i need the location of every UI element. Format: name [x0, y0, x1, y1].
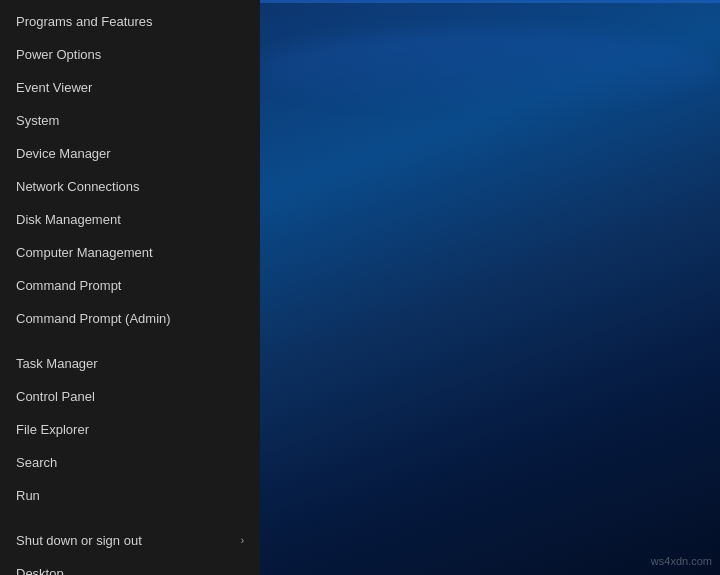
submenu-arrow-icon: ›	[241, 535, 244, 546]
menu-item-power-options[interactable]: Power Options	[0, 38, 260, 71]
menu-item-label-event-viewer: Event Viewer	[16, 80, 92, 95]
menu-item-label-file-explorer: File Explorer	[16, 422, 89, 437]
menu-item-shut-down-sign-out[interactable]: Shut down or sign out›	[0, 524, 260, 557]
menu-item-label-power-options: Power Options	[16, 47, 101, 62]
menu-item-label-programs-features: Programs and Features	[16, 14, 153, 29]
menu-item-label-device-manager: Device Manager	[16, 146, 111, 161]
menu-item-label-computer-management: Computer Management	[16, 245, 153, 260]
watermark: ws4xdn.com	[651, 555, 712, 567]
menu-item-label-command-prompt-admin: Command Prompt (Admin)	[16, 311, 171, 326]
menu-item-file-explorer[interactable]: File Explorer	[0, 413, 260, 446]
menu-item-label-network-connections: Network Connections	[16, 179, 140, 194]
menu-item-task-manager[interactable]: Task Manager	[0, 347, 260, 380]
menu-item-disk-management[interactable]: Disk Management	[0, 203, 260, 236]
menu-item-label-shut-down-sign-out: Shut down or sign out	[16, 533, 142, 548]
menu-item-command-prompt-admin[interactable]: Command Prompt (Admin)	[0, 302, 260, 335]
menu-item-network-connections[interactable]: Network Connections	[0, 170, 260, 203]
menu-item-label-run: Run	[16, 488, 40, 503]
menu-item-label-task-manager: Task Manager	[16, 356, 98, 371]
menu-item-label-search: Search	[16, 455, 57, 470]
menu-item-device-manager[interactable]: Device Manager	[0, 137, 260, 170]
menu-item-command-prompt[interactable]: Command Prompt	[0, 269, 260, 302]
menu-item-control-panel[interactable]: Control Panel	[0, 380, 260, 413]
context-menu: Programs and FeaturesPower OptionsEvent …	[0, 0, 260, 575]
menu-item-computer-management[interactable]: Computer Management	[0, 236, 260, 269]
menu-item-label-system: System	[16, 113, 59, 128]
menu-item-label-desktop: Desktop	[16, 566, 64, 575]
menu-item-event-viewer[interactable]: Event Viewer	[0, 71, 260, 104]
menu-item-run[interactable]: Run	[0, 479, 260, 512]
menu-item-search[interactable]: Search	[0, 446, 260, 479]
menu-item-label-control-panel: Control Panel	[16, 389, 95, 404]
menu-item-system[interactable]: System	[0, 104, 260, 137]
menu-item-desktop[interactable]: Desktop	[0, 557, 260, 575]
menu-item-label-disk-management: Disk Management	[16, 212, 121, 227]
menu-item-programs-features[interactable]: Programs and Features	[0, 5, 260, 38]
menu-item-label-command-prompt: Command Prompt	[16, 278, 121, 293]
